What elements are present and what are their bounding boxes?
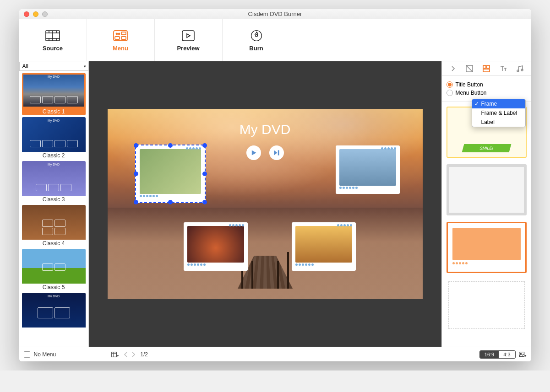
toolbar-source-label: Source [43, 45, 63, 52]
next-button[interactable] [269, 145, 284, 160]
svg-point-25 [517, 70, 519, 72]
pager-text: 1/2 [140, 351, 148, 358]
add-slide-icon[interactable] [111, 350, 119, 359]
template-classic-4[interactable]: Classic 4 [22, 205, 86, 247]
tab-background-icon[interactable] [464, 64, 474, 74]
svg-rect-13 [115, 37, 120, 39]
svg-rect-22 [483, 65, 486, 68]
frame-style-bevel[interactable] [447, 164, 527, 215]
svg-rect-14 [121, 37, 126, 39]
svg-rect-19 [278, 150, 279, 155]
chapter-button-3[interactable] [184, 222, 248, 271]
radio-title-button[interactable]: Title Button [447, 81, 527, 88]
template-caption: Classic 4 [22, 240, 86, 247]
radio-label: Title Button [456, 81, 483, 88]
canvas-area: My DVD [89, 61, 441, 347]
toolbar-source[interactable]: Source [19, 19, 87, 61]
svg-rect-15 [121, 32, 126, 35]
app-window: Cisdem DVD Burner Source Menu Preview Bu… [19, 9, 531, 361]
frame-style-polaroid-selected[interactable] [447, 222, 527, 273]
template-classic-5[interactable]: Classic 5 [22, 249, 86, 291]
svg-point-26 [521, 69, 523, 71]
add-image-icon[interactable] [518, 350, 527, 359]
window-title: Cisdem DVD Burner [19, 11, 531, 17]
svg-point-11 [116, 33, 118, 35]
dropdown-item-label[interactable]: Label [472, 118, 525, 127]
template-caption: Classic 2 [22, 152, 86, 159]
chapter-button-4[interactable] [292, 222, 356, 271]
no-menu-checkbox[interactable] [24, 351, 30, 358]
category-label: All [22, 63, 28, 70]
menu-canvas[interactable]: My DVD [108, 109, 423, 299]
template-sidebar: All ▾ My DVD Classic 1 My DVD Classic 2 … [19, 61, 89, 347]
svg-rect-27 [112, 352, 117, 357]
aspect-43[interactable]: 4:3 [499, 351, 515, 358]
toolbar-menu-label: Menu [113, 45, 128, 52]
tab-frame-icon[interactable] [481, 64, 491, 74]
category-dropdown[interactable]: All ▾ [19, 62, 88, 71]
aspect-169[interactable]: 16:9 [480, 351, 499, 358]
svg-point-12 [119, 33, 120, 35]
svg-rect-24 [483, 69, 490, 72]
frame-mode-dropdown-open: Frame Frame & Label Label [472, 99, 526, 127]
preview-play-icon [181, 28, 196, 43]
page-next-button[interactable] [130, 351, 136, 358]
svg-point-18 [255, 35, 257, 37]
radio-dot-icon [447, 81, 453, 88]
svg-rect-23 [487, 65, 490, 68]
template-classic-1[interactable]: My DVD Classic 1 [22, 73, 86, 115]
tab-text-icon[interactable] [498, 64, 508, 74]
svg-rect-16 [182, 31, 194, 41]
chapter-button-1-selected[interactable] [135, 145, 206, 203]
page-prev-button[interactable] [123, 351, 129, 358]
titlebar: Cisdem DVD Burner [19, 9, 531, 19]
radio-menu-button[interactable]: Menu Button [447, 90, 527, 96]
filmstrip-icon [45, 28, 60, 43]
template-list[interactable]: My DVD Classic 1 My DVD Classic 2 My DVD… [19, 71, 88, 347]
svg-line-21 [466, 65, 473, 72]
tab-collapse-icon[interactable] [448, 64, 458, 74]
template-classic-2[interactable]: My DVD Classic 2 [22, 117, 86, 159]
menu-layout-icon [113, 28, 128, 43]
template-caption: Classic 5 [22, 284, 86, 291]
bottom-bar: No Menu 1/2 16:9 4:3 [19, 347, 531, 361]
toolbar-burn[interactable]: Burn [223, 19, 290, 61]
toolbar-menu[interactable]: Menu [87, 19, 155, 61]
chapter-button-2[interactable] [336, 145, 400, 194]
menu-title-text[interactable]: My DVD [108, 122, 423, 137]
main-toolbar: Source Menu Preview Burn [19, 19, 531, 61]
dropdown-item-frame[interactable]: Frame [472, 99, 525, 108]
template-classic-3[interactable]: My DVD Classic 3 [22, 161, 86, 203]
aspect-ratio-toggle[interactable]: 16:9 4:3 [479, 350, 516, 359]
toolbar-preview[interactable]: Preview [155, 19, 223, 61]
radio-dot-icon [447, 90, 453, 96]
toolbar-preview-label: Preview [177, 45, 199, 52]
tab-music-icon[interactable] [515, 64, 525, 74]
frame-style-stamp[interactable] [447, 279, 527, 331]
toolbar-burn-label: Burn [249, 45, 263, 52]
disc-burn-icon [249, 28, 264, 43]
template-caption: Classic 1 [22, 108, 86, 115]
dropdown-item-frame-and-label[interactable]: Frame & Label [472, 108, 525, 118]
play-button[interactable] [246, 145, 261, 160]
template-caption: Classic 3 [22, 196, 86, 203]
template-classic-6[interactable]: My DVD [22, 293, 86, 328]
radio-label: Menu Button [456, 90, 487, 96]
chevron-down-icon: ▾ [84, 64, 86, 69]
frame-style-list[interactable]: SMILE! [442, 102, 531, 347]
no-menu-label: No Menu [34, 351, 56, 358]
